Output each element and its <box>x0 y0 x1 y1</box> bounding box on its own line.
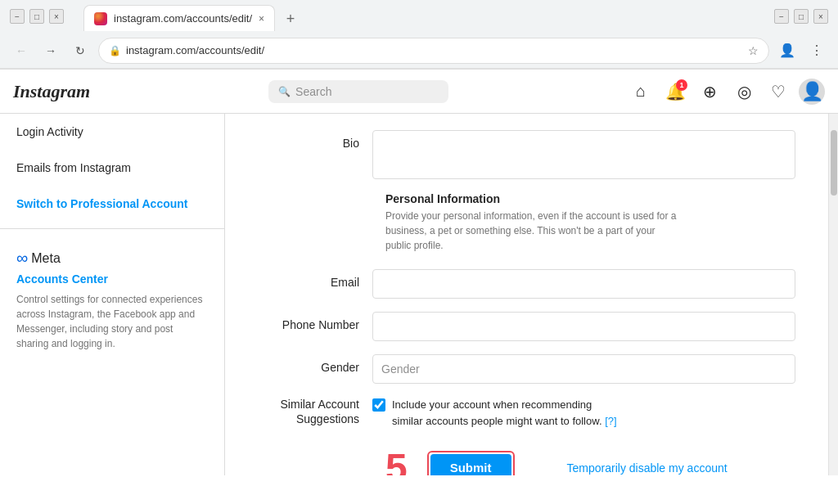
tab-title: instagram.com/accounts/edit/ <box>114 12 252 25</box>
maximize-button[interactable]: □ <box>29 9 44 24</box>
address-bar: ← → ↻ 🔒 instagram.com/accounts/edit/ ☆ 👤… <box>0 33 838 69</box>
sidebar-item-emails[interactable]: Emails from Instagram <box>0 150 224 186</box>
gender-row: Gender <box>258 354 795 384</box>
close-button[interactable]: × <box>49 9 64 24</box>
bio-row: Bio <box>258 130 795 179</box>
personal-info-desc: Provide your personal information, even … <box>385 209 680 253</box>
forward-button[interactable]: → <box>39 39 62 62</box>
bio-textarea[interactable] <box>372 130 795 179</box>
instagram-header: Instagram 🔍 Search ⌂ 🔔 1 ⊕ ◎ ♡ 👤 <box>0 70 838 114</box>
home-icon[interactable]: ⌂ <box>627 78 655 106</box>
disable-account-link[interactable]: Temporarily disable my account <box>567 461 728 475</box>
menu-button[interactable]: ⋮ <box>805 39 828 62</box>
suggestions-checkbox[interactable] <box>372 398 385 412</box>
gender-label: Gender <box>258 354 372 374</box>
right-scrollbar[interactable] <box>828 114 838 475</box>
url-text: instagram.com/accounts/edit/ <box>126 44 743 56</box>
new-tab-button[interactable]: + <box>278 7 303 31</box>
submit-button[interactable]: Submit <box>430 454 511 475</box>
meta-logo: ∞ Meta <box>16 249 208 268</box>
instagram-logo: Instagram <box>13 81 90 102</box>
email-label: Email <box>258 269 372 289</box>
search-icon: 🔍 <box>278 86 291 97</box>
instagram-favicon <box>94 12 107 25</box>
explore-icon[interactable]: ◎ <box>730 78 758 106</box>
search-bar[interactable]: 🔍 Search <box>268 80 448 103</box>
email-row: Email <box>258 269 795 299</box>
sidebar-divider <box>0 228 224 229</box>
meta-symbol: ∞ <box>16 249 28 268</box>
back-button[interactable]: ← <box>10 39 33 62</box>
email-input[interactable] <box>372 269 795 299</box>
bookmark-icon[interactable]: ☆ <box>748 44 759 57</box>
gender-input[interactable] <box>372 354 795 384</box>
tab-bar: instagram.com/accounts/edit/ × + <box>74 2 313 31</box>
content-area: Bio Personal Information Provide your pe… <box>225 114 828 475</box>
phone-row: Phone Number <box>258 312 795 341</box>
notifications-icon[interactable]: 🔔 1 <box>661 78 689 106</box>
suggestions-content: Include your account when recommending s… <box>372 397 795 429</box>
url-bar[interactable]: 🔒 instagram.com/accounts/edit/ ☆ <box>98 38 769 64</box>
suggestions-help-link[interactable]: [?] <box>605 415 616 427</box>
create-icon[interactable]: ⊕ <box>696 78 723 106</box>
bio-label: Bio <box>258 130 372 150</box>
tab-close-button[interactable]: × <box>259 13 264 25</box>
suggestions-row: Similar Account Suggestions Include your… <box>258 397 795 429</box>
lock-icon: 🔒 <box>109 45 121 56</box>
sidebar-item-login-activity[interactable]: Login Activity <box>0 114 224 150</box>
title-bar: − □ × instagram.com/accounts/edit/ × + −… <box>0 0 838 33</box>
suggestions-label: Similar Account Suggestions <box>258 397 372 426</box>
accounts-center-link[interactable]: Accounts Center <box>16 272 208 286</box>
phone-label: Phone Number <box>258 312 372 331</box>
phone-input[interactable] <box>372 312 795 341</box>
profile-icon[interactable]: 👤 <box>799 79 825 105</box>
win-close[interactable]: × <box>813 9 828 24</box>
main-layout: Login Activity Emails from Instagram Swi… <box>0 114 838 475</box>
active-tab[interactable]: instagram.com/accounts/edit/ × <box>83 5 275 31</box>
notification-badge: 1 <box>676 79 687 91</box>
step-number: 5 <box>385 445 408 475</box>
minimize-button[interactable]: − <box>10 9 25 24</box>
profile-button[interactable]: 👤 <box>776 39 799 62</box>
heart-icon[interactable]: ♡ <box>764 78 792 106</box>
sidebar-meta: ∞ Meta Accounts Center Control settings … <box>0 236 224 364</box>
personal-info-title: Personal Information <box>385 192 795 205</box>
suggestions-text: Include your account when recommending s… <box>392 397 621 429</box>
nav-icons: ⌂ 🔔 1 ⊕ ◎ ♡ 👤 <box>627 78 825 106</box>
meta-description: Control settings for connected experienc… <box>16 292 208 351</box>
meta-name: Meta <box>31 251 61 266</box>
checkbox-wrapper <box>372 398 385 415</box>
sidebar-item-professional[interactable]: Switch to Professional Account <box>0 186 224 222</box>
refresh-button[interactable]: ↻ <box>69 39 92 62</box>
browser-chrome: − □ × instagram.com/accounts/edit/ × + −… <box>0 0 838 70</box>
footer-row: 5 Submit Temporarily disable my account <box>258 445 795 475</box>
win-minimize[interactable]: − <box>774 9 789 24</box>
search-placeholder: Search <box>295 85 331 98</box>
scrollbar-thumb <box>831 130 837 196</box>
sidebar: Login Activity Emails from Instagram Swi… <box>0 114 225 475</box>
submit-btn-wrapper: Submit <box>427 451 515 475</box>
win-restore[interactable]: □ <box>794 9 809 24</box>
window-controls: − □ × <box>10 9 64 24</box>
personal-info-section: Personal Information Provide your person… <box>258 192 795 253</box>
